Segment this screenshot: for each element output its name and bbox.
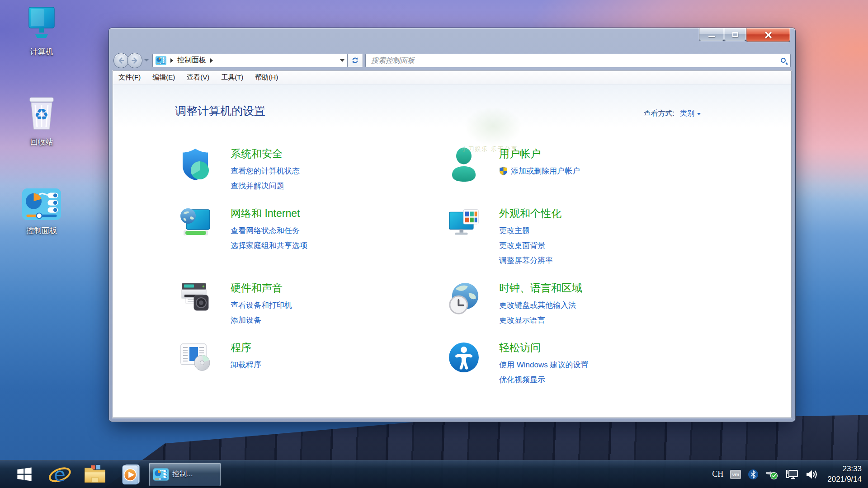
category-clock-language-region: 时钟、语言和区域 更改键盘或其他输入法 更改显示语言: [448, 282, 773, 328]
menu-view[interactable]: 查看(V): [187, 73, 209, 82]
breadcrumb-arrow-icon[interactable]: [210, 58, 213, 63]
safely-remove-hardware-icon[interactable]: [765, 469, 778, 480]
printer-speaker-icon[interactable]: [179, 282, 212, 318]
refresh-icon: [351, 56, 359, 64]
vmware-tray-icon[interactable]: vm: [730, 470, 741, 479]
start-button[interactable]: [12, 462, 37, 487]
view-by: 查看方式: 类别: [644, 109, 701, 118]
taskbar-media-player[interactable]: [118, 462, 143, 487]
category-link[interactable]: 更改显示语言: [499, 313, 582, 328]
category-link[interactable]: 更改键盘或其他输入法: [499, 298, 582, 313]
address-dropdown-icon[interactable]: [340, 59, 344, 62]
category-title[interactable]: 网络和 Internet: [231, 207, 307, 220]
taskbar: e 控制... CH: [0, 460, 868, 488]
category-title[interactable]: 时钟、语言和区域: [499, 282, 582, 295]
category-title[interactable]: 轻松访问: [499, 341, 588, 354]
category-programs: 程序 卸载程序: [179, 341, 448, 377]
category-link[interactable]: 添加设备: [231, 313, 292, 328]
system-tray: CH vm: [712, 464, 862, 484]
category-link[interactable]: 查看网络状态和任务: [231, 223, 307, 238]
category-system-security: 系统和安全 查看您的计算机状态 查找并解决问题: [179, 147, 448, 193]
category-appearance-personalization: 外观和个性化 更改主题 更改桌面背景 调整屏幕分辨率: [448, 207, 773, 268]
task-label: 控制...: [172, 469, 193, 479]
desktop-icon-label: 计算机: [30, 47, 53, 57]
forward-arrow-icon: [131, 56, 139, 65]
breadcrumb-root[interactable]: 控制面板: [177, 56, 206, 65]
taskbar-internet-explorer[interactable]: e: [47, 462, 72, 487]
window-client-area: 文件(F) 编辑(E) 查看(V) 工具(T) 帮助(H) 小刀娱乐 乐于分享 …: [113, 70, 792, 418]
control-panel-icon: [22, 188, 61, 222]
caption-buttons: [699, 28, 790, 42]
category-link[interactable]: 添加或删除用户帐户: [499, 164, 580, 178]
category-ease-of-access: 轻松访问 使用 Windows 建议的设置 优化视频显示: [448, 341, 773, 387]
menu-tools[interactable]: 工具(T): [221, 73, 243, 82]
category-link[interactable]: 调整屏幕分辨率: [499, 253, 561, 268]
recent-pages-dropdown[interactable]: [144, 59, 149, 61]
network-icon[interactable]: [785, 469, 798, 480]
page-title: 调整计算机的设置: [175, 103, 265, 118]
search-box: [365, 54, 791, 67]
taskbar-file-explorer[interactable]: [82, 462, 108, 487]
category-user-accounts: 用户帐户 添加或删除用户帐户: [448, 147, 773, 183]
minimize-button[interactable]: [699, 28, 724, 41]
category-link[interactable]: 更改主题: [499, 223, 561, 238]
minimize-icon: [708, 36, 715, 37]
tray-date: 2021/9/14: [827, 474, 862, 484]
recycle-bin-icon: ♻: [24, 94, 59, 134]
programs-disc-icon[interactable]: [179, 341, 212, 377]
shield-pie-icon[interactable]: [179, 147, 212, 183]
back-button[interactable]: [113, 53, 129, 68]
navigation-bar: 控制面板: [113, 52, 791, 69]
clock[interactable]: 23:33 2021/9/14: [827, 464, 862, 484]
address-bar[interactable]: 控制面板: [152, 54, 348, 67]
category-title[interactable]: 系统和安全: [231, 147, 300, 160]
category-title[interactable]: 外观和个性化: [499, 207, 561, 220]
desktop: 计算机 ♻ 回收站 控制面板: [0, 0, 868, 488]
category-link[interactable]: 查找并解决问题: [231, 178, 300, 193]
maximize-button[interactable]: [724, 28, 746, 41]
desktop-icon-computer[interactable]: 计算机: [13, 6, 71, 57]
control-panel-content: 小刀娱乐 乐于分享 调整计算机的设置 查看方式: 类别: [113, 84, 791, 418]
svg-text:♻: ♻: [34, 105, 49, 124]
menu-file[interactable]: 文件(F): [118, 73, 141, 82]
internet-explorer-icon: e: [48, 463, 71, 486]
category-link[interactable]: 查看设备和打印机: [231, 298, 292, 313]
category-link[interactable]: 选择家庭组和共享选项: [231, 238, 307, 253]
monitor-palette-icon[interactable]: [448, 207, 480, 243]
globe-clock-icon[interactable]: [448, 282, 480, 318]
user-icon[interactable]: [448, 147, 480, 183]
network-globe-icon[interactable]: [179, 207, 212, 243]
category-link[interactable]: 查看您的计算机状态: [231, 164, 300, 178]
menu-bar: 文件(F) 编辑(E) 查看(V) 工具(T) 帮助(H): [113, 71, 791, 84]
desktop-icon-recycle-bin[interactable]: ♻ 回收站: [13, 94, 71, 147]
chevron-down-icon: [697, 113, 701, 115]
category-link[interactable]: 卸载程序: [231, 357, 261, 372]
volume-icon[interactable]: [805, 469, 819, 480]
view-by-label: 查看方式:: [644, 109, 675, 118]
close-button[interactable]: [746, 28, 790, 42]
category-link[interactable]: 更改桌面背景: [499, 238, 561, 253]
category-title[interactable]: 程序: [231, 341, 261, 354]
category-network-internet: 网络和 Internet 查看网络状态和任务 选择家庭组和共享选项: [179, 207, 448, 253]
breadcrumb-arrow-icon[interactable]: [170, 58, 173, 63]
uac-shield-icon: [499, 166, 508, 175]
search-input[interactable]: [370, 56, 781, 65]
maximize-icon: [732, 32, 738, 37]
refresh-button[interactable]: [348, 54, 363, 67]
category-link[interactable]: 使用 Windows 建议的设置: [499, 357, 588, 372]
menu-edit[interactable]: 编辑(E): [152, 73, 175, 82]
category-link[interactable]: 优化视频显示: [499, 372, 588, 387]
category-title[interactable]: 硬件和声音: [231, 282, 292, 295]
desktop-icon-control-panel[interactable]: 控制面板: [13, 188, 71, 236]
computer-icon: [24, 6, 60, 43]
taskbar-active-control-panel[interactable]: 控制...: [149, 463, 221, 486]
menu-help[interactable]: 帮助(H): [255, 73, 278, 82]
desktop-icon-label: 控制面板: [26, 225, 57, 236]
forward-button[interactable]: [127, 53, 142, 68]
search-icon[interactable]: [780, 57, 787, 64]
accessibility-icon[interactable]: [448, 341, 480, 377]
view-by-selector[interactable]: 类别: [680, 109, 701, 118]
bluetooth-icon[interactable]: [748, 469, 759, 480]
language-indicator[interactable]: CH: [712, 469, 723, 479]
category-title[interactable]: 用户帐户: [499, 147, 580, 160]
